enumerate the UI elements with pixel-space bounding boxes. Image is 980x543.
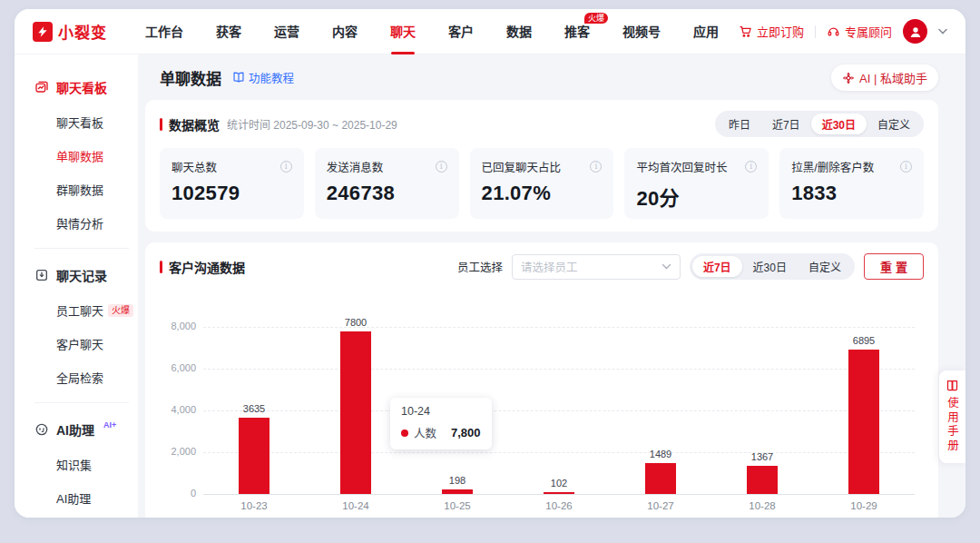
x-axis-line xyxy=(203,494,915,495)
sidebar-item-sentiment-analysis[interactable]: 舆情分析 xyxy=(15,206,138,240)
user-manual-tab[interactable]: 使用手册 xyxy=(939,370,965,463)
nav-item-tuike[interactable]: 推客火爆 xyxy=(564,9,590,54)
stat-label: 发送消息数 xyxy=(327,158,384,175)
ai-plus-badge: AI+ xyxy=(103,420,116,429)
manual-tab-label: 使用手册 xyxy=(944,397,961,453)
info-icon[interactable]: i xyxy=(590,161,602,173)
gridline xyxy=(203,369,915,370)
tutorial-link[interactable]: 功能教程 xyxy=(232,69,294,86)
info-icon[interactable]: i xyxy=(280,161,292,173)
bar-10-23[interactable] xyxy=(239,418,270,494)
sidebar-item-ai-assistant[interactable]: AI助理 xyxy=(15,481,138,515)
app-window: 小裂变 工作台 获客 运营 内容 聊天 客户 数据 推客火爆 视频号 应用 立即… xyxy=(15,9,965,518)
data-overview-card: 数据概览 统计时间 2025-09-30 ~ 2025-10-29 昨日 近7日… xyxy=(145,100,938,232)
nav-item-workbench[interactable]: 工作台 xyxy=(145,9,183,54)
x-tick-label: 10-29 xyxy=(850,500,877,511)
bar-10-29[interactable] xyxy=(848,350,879,494)
advisor-link[interactable]: 专属顾问 xyxy=(827,23,892,40)
bar-10-28[interactable] xyxy=(747,466,778,494)
tab-custom[interactable]: 自定义 xyxy=(798,256,852,277)
stat-value: 1833 xyxy=(791,182,912,205)
series-dot xyxy=(401,429,408,437)
heading-accent-bar xyxy=(160,118,162,131)
top-navbar: 小裂变 工作台 获客 运营 内容 聊天 客户 数据 推客火爆 视频号 应用 立即… xyxy=(15,9,965,54)
divider xyxy=(815,25,816,38)
nav-item-operation[interactable]: 运营 xyxy=(274,9,299,54)
nav-item-data[interactable]: 数据 xyxy=(506,9,532,54)
sidebar-item-customer-chat[interactable]: 客户聊天 xyxy=(15,327,138,360)
manual-book-icon xyxy=(946,379,959,392)
info-icon[interactable]: i xyxy=(745,161,757,173)
tutorial-label: 功能教程 xyxy=(249,69,294,86)
sidebar-section-ai-assistant[interactable]: AI助理 AI+ xyxy=(15,411,138,448)
sidebar-item-chat-board[interactable]: 聊天看板 xyxy=(15,105,138,139)
bar-chart: 10-24 人数 7,800 02,0004,0006,0008,0003635… xyxy=(162,292,922,518)
brand-name: 小裂变 xyxy=(58,20,107,43)
x-tick-label: 10-26 xyxy=(545,500,572,511)
ai-private-assistant-button[interactable]: AI | 私域助手 xyxy=(831,64,938,91)
stat-replied-ratio: 已回复聊天占比i 21.07% xyxy=(470,148,614,219)
staff-select-placeholder: 请选择员工 xyxy=(521,258,662,275)
stat-avg-first-reply-time: 平均首次回复时长i 20分 xyxy=(624,148,769,219)
stat-label: 拉黑/删除客户数 xyxy=(791,158,874,175)
order-now-label: 立即订购 xyxy=(757,23,804,40)
chevron-down-icon[interactable] xyxy=(938,26,947,36)
stat-value: 246738 xyxy=(327,182,447,205)
bar-10-25[interactable] xyxy=(442,489,473,494)
y-tick-label: 0 xyxy=(162,488,196,499)
stat-blocked-deleted: 拉黑/删除客户数i 1833 xyxy=(779,148,924,219)
stat-messages-sent: 发送消息数i 246738 xyxy=(315,148,459,219)
tooltip-title: 10-24 xyxy=(401,405,481,418)
tooltip-value: 7,800 xyxy=(451,426,481,439)
tab-last-30-days[interactable]: 近30日 xyxy=(742,256,798,277)
info-icon[interactable]: i xyxy=(436,161,447,173)
nav-item-video-account[interactable]: 视频号 xyxy=(622,9,661,54)
nav-item-content[interactable]: 内容 xyxy=(332,9,358,54)
tab-custom[interactable]: 自定义 xyxy=(867,114,921,134)
divider xyxy=(34,402,129,403)
bar-10-27[interactable] xyxy=(645,463,676,494)
page-title: 单聊数据 xyxy=(160,66,221,89)
sidebar-item-staff-chat[interactable]: 员工聊天火爆 xyxy=(15,293,138,327)
user-avatar[interactable] xyxy=(903,19,927,44)
brand-logo[interactable]: 小裂变 xyxy=(33,20,107,43)
advisor-label: 专属顾问 xyxy=(845,23,892,40)
tab-last-7-days[interactable]: 近7日 xyxy=(692,256,742,277)
sidebar-item-single-chat-data[interactable]: 单聊数据 xyxy=(15,139,138,173)
overview-heading: 数据概览 xyxy=(169,115,220,133)
bar-10-24[interactable] xyxy=(340,331,371,494)
tab-last-7-days[interactable]: 近7日 xyxy=(761,114,811,134)
section-title: 聊天记录 xyxy=(56,266,107,284)
headset-icon xyxy=(827,25,840,38)
sidebar-item-knowledge-set[interactable]: 知识集 xyxy=(15,448,138,481)
navbar-right: 立即订购 专属顾问 xyxy=(739,19,947,44)
sidebar-item-group-chat-data[interactable]: 群聊数据 xyxy=(15,173,138,206)
cart-icon xyxy=(739,25,752,38)
order-now-link[interactable]: 立即订购 xyxy=(739,23,804,40)
brand-logo-icon xyxy=(33,22,53,42)
nav-item-apps[interactable]: 应用 xyxy=(693,9,719,54)
y-tick-label: 2,000 xyxy=(162,446,196,457)
comm-heading: 客户沟通数据 xyxy=(169,258,245,276)
x-tick-label: 10-27 xyxy=(647,500,673,511)
sidebar-item-global-search[interactable]: 全局检索 xyxy=(15,360,138,394)
nav-item-customer[interactable]: 客户 xyxy=(448,9,474,54)
sidebar-section-chat-records[interactable]: 聊天记录 xyxy=(15,257,138,293)
staff-select[interactable]: 请选择员工 xyxy=(512,254,681,280)
gridline xyxy=(203,410,915,411)
sidebar-section-chat-board[interactable]: 聊天看板 xyxy=(15,69,138,105)
staff-select-label: 员工选择 xyxy=(457,258,503,275)
stat-label: 聊天总数 xyxy=(172,158,217,175)
tab-yesterday[interactable]: 昨日 xyxy=(718,114,761,134)
nav-item-chat[interactable]: 聊天 xyxy=(390,9,416,54)
x-tick-label: 10-25 xyxy=(444,500,470,511)
stat-value: 21.07% xyxy=(482,182,603,205)
nav-item-acquisition[interactable]: 获客 xyxy=(216,9,241,54)
tab-last-30-days[interactable]: 近30日 xyxy=(811,114,867,134)
hot-badge: 火爆 xyxy=(584,13,608,24)
ai-assistant-icon xyxy=(34,422,49,437)
info-icon[interactable]: i xyxy=(900,161,912,173)
primary-nav: 工作台 获客 运营 内容 聊天 客户 数据 推客火爆 视频号 应用 xyxy=(145,9,719,54)
reset-button[interactable]: 重置 xyxy=(864,253,924,280)
bar-10-26[interactable] xyxy=(544,492,574,494)
